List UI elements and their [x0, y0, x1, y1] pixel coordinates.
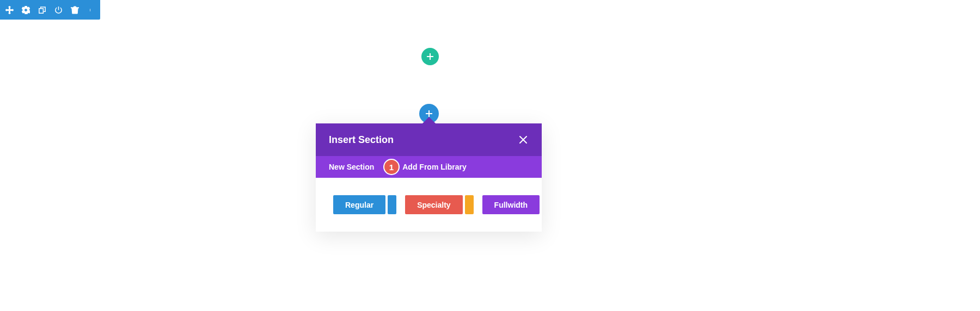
modal-title: Insert Section [329, 134, 394, 146]
specialty-color-chip[interactable] [465, 195, 474, 214]
move-icon[interactable] [4, 5, 14, 15]
svg-point-0 [90, 9, 90, 9]
duplicate-icon[interactable] [37, 5, 47, 15]
trash-icon[interactable] [70, 5, 79, 15]
svg-rect-6 [426, 113, 432, 114]
svg-point-2 [90, 10, 90, 11]
insert-section-modal-wrap: Insert Section New Section Add From Libr… [316, 106, 542, 214]
modal-header: Insert Section [316, 123, 542, 156]
fullwidth-section-button[interactable]: Fullwidth [482, 195, 540, 214]
svg-rect-4 [427, 56, 433, 57]
modal-tabs: New Section Add From Library 1 [316, 156, 542, 178]
svg-point-1 [90, 10, 90, 10]
modal-caret [422, 117, 436, 123]
more-icon[interactable] [86, 5, 96, 15]
regular-color-chip[interactable] [388, 195, 396, 214]
specialty-section-button[interactable]: Specialty [405, 195, 462, 214]
power-icon[interactable] [53, 5, 63, 15]
regular-button-group: Regular [333, 195, 396, 214]
close-icon[interactable] [518, 134, 529, 145]
insert-section-modal: Insert Section New Section Add From Libr… [316, 123, 542, 232]
add-row-button[interactable] [421, 48, 439, 65]
step-badge: 1 [383, 159, 400, 175]
modal-body: Regular Specialty Fullwidth [316, 178, 542, 232]
specialty-button-group: Specialty [405, 195, 473, 214]
tab-new-section[interactable]: New Section [329, 163, 374, 171]
tab-add-from-library[interactable]: Add From Library [402, 163, 466, 171]
regular-section-button[interactable]: Regular [333, 195, 385, 214]
gear-icon[interactable] [21, 5, 30, 15]
section-controls-toolbar [0, 0, 100, 20]
